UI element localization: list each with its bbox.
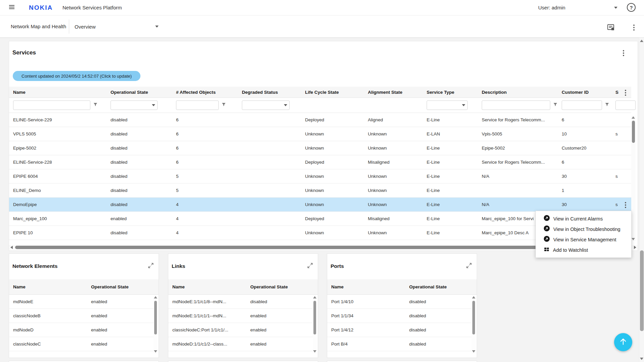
toolbar-kebab-menu-icon[interactable]: [632, 25, 636, 31]
panel-vertical-scrollbar[interactable]: [154, 295, 158, 353]
service-row-epipe-5002[interactable]: Epipe-5002disabled6UnknownUnknownE-LineE…: [9, 141, 631, 155]
column-filter-input[interactable]: [615, 100, 636, 110]
column-header-operational-state[interactable]: Operational State: [106, 87, 172, 97]
panel-row[interactable]: mdNodeD:1/1/c1/2--class...enabled: [168, 337, 313, 351]
context-menu-item-view-in-current-alarms[interactable]: View in Current Alarms: [536, 213, 631, 224]
table-header-kebab-icon[interactable]: [623, 90, 628, 96]
panel-row[interactable]: classicNodeBenabled: [9, 309, 154, 323]
service-row-eline-demo[interactable]: ELINE_Demodisabled5UnknownUnknownE-Line1: [9, 184, 631, 198]
cell-name: ELINE_Demo: [9, 184, 106, 197]
panel-row[interactable]: classicNodeCenabled: [9, 337, 154, 351]
panel-row[interactable]: mdNodeDenabled: [9, 323, 154, 337]
column-filter-input[interactable]: [176, 100, 219, 110]
service-row-epipe-6004[interactable]: EPIPE 6004disabled5UnknownUnknownE-LineN…: [9, 169, 631, 184]
scroll-up-icon[interactable]: [313, 296, 316, 298]
scroll-down-icon[interactable]: [640, 358, 643, 360]
cell-degraded-status: [238, 169, 301, 183]
panel-row[interactable]: mdNodeEenabled: [9, 295, 154, 309]
service-row-demoepipe[interactable]: DemoEpipedisabled4UnknownUnknownE-LineN/…: [9, 198, 631, 212]
cell-degraded-status: [238, 113, 301, 127]
panel-row[interactable]: classicNodeC:Port 1/1/c1/...enabled: [168, 323, 313, 337]
column-filter-select[interactable]: [111, 100, 158, 110]
column-header-alignment-state[interactable]: Alignment State: [364, 87, 423, 97]
column-header-operational-state[interactable]: Operational State: [246, 279, 318, 295]
scroll-right-icon[interactable]: [634, 246, 636, 249]
column-header-operational-state[interactable]: Operational State: [87, 279, 159, 295]
column-header-degraded-status[interactable]: Degraded Status: [238, 87, 301, 97]
scrollbar-thumb[interactable]: [154, 301, 157, 334]
service-row-eline-service-228[interactable]: ELINE-Service-228disabled6DeployedMisali…: [9, 155, 631, 169]
open-in-view-icon: [544, 236, 550, 243]
column-header-name[interactable]: Name: [327, 279, 405, 295]
column-filter-input[interactable]: [562, 100, 602, 110]
column-filter-input[interactable]: [482, 100, 550, 110]
filter-funnel-icon[interactable]: [553, 102, 558, 108]
scrollbar-thumb[interactable]: [313, 301, 316, 334]
column-header-name[interactable]: Name: [168, 279, 246, 295]
services-vertical-scrollbar[interactable]: [631, 116, 636, 241]
expand-icon[interactable]: [148, 263, 154, 269]
panel-vertical-scrollbar[interactable]: [313, 295, 317, 353]
context-menu-item-view-in-service-management[interactable]: View in Service Management: [536, 234, 631, 245]
scrollbar-thumb[interactable]: [640, 250, 644, 331]
row-kebab-menu-icon[interactable]: [623, 202, 628, 208]
column-header-name[interactable]: Name: [9, 87, 106, 97]
panel-row[interactable]: Port 1/4/12disabled: [327, 323, 472, 337]
filter-funnel-icon[interactable]: [93, 102, 98, 108]
scroll-up-icon[interactable]: [640, 40, 643, 42]
scroll-up-icon[interactable]: [472, 296, 475, 298]
services-kebab-menu-icon[interactable]: [621, 50, 626, 56]
dashboard-report-icon[interactable]: [607, 23, 615, 31]
hamburger-menu-icon[interactable]: [9, 5, 14, 10]
scroll-to-top-button[interactable]: [614, 333, 632, 351]
column-header-description[interactable]: Description: [478, 87, 558, 97]
column-header-operational-state[interactable]: Operational State: [405, 279, 477, 295]
content-updated-pill[interactable]: Content updated on 2024/05/2 14:52:07 (C…: [13, 71, 140, 81]
scroll-up-icon[interactable]: [154, 296, 157, 298]
column-filter-input[interactable]: [13, 100, 90, 110]
panel-row[interactable]: Port 1/4/10disabled: [327, 295, 472, 309]
context-menu-item-view-in-object-troubleshooting[interactable]: View in Object Troubleshooting: [536, 224, 631, 234]
user-menu-caret-icon[interactable]: [614, 7, 617, 9]
cell-name: mdNodeD:1/1/c1/2--class...: [168, 337, 246, 351]
expand-icon[interactable]: [307, 263, 313, 269]
cell-affected-objects: 6: [172, 141, 238, 155]
user-menu-label[interactable]: User: admin: [538, 5, 565, 10]
filter-funnel-icon[interactable]: [605, 102, 609, 108]
filter-cell: [423, 98, 478, 113]
breadcrumb[interactable]: Network Map and Health: [11, 24, 66, 29]
panel-row[interactable]: Port B/4disabled: [327, 337, 472, 351]
scroll-down-icon[interactable]: [154, 350, 157, 353]
page-vertical-scrollbar[interactable]: [639, 38, 644, 362]
cell-extra: [611, 184, 631, 197]
panel-vertical-scrollbar[interactable]: [472, 295, 476, 353]
view-selector-dropdown[interactable]: Overview: [75, 20, 159, 33]
expand-icon[interactable]: [466, 263, 472, 269]
column-header-name[interactable]: Name: [9, 279, 87, 295]
column-header--affected-objects[interactable]: # Affected Objects: [172, 87, 238, 97]
help-icon[interactable]: ?: [627, 3, 636, 12]
column-header-customer-id[interactable]: Customer ID: [558, 87, 611, 97]
scroll-down-icon[interactable]: [472, 350, 475, 353]
column-header-life-cycle-state[interactable]: Life Cycle State: [301, 87, 364, 97]
filter-funnel-icon[interactable]: [221, 102, 226, 108]
filter-cell: [558, 98, 611, 113]
panel-row[interactable]: mdNodeE:1/1/c1/8--mdN...disabled: [168, 295, 313, 309]
panel-rows: Port 1/4/10disabledPort 1/1/34disabledPo…: [327, 295, 472, 351]
scroll-down-icon[interactable]: [632, 238, 635, 240]
service-row-vpls-5005[interactable]: VPLS 5005disabled6UnknownUnknownE-LANVpl…: [9, 127, 631, 141]
scroll-up-icon[interactable]: [632, 116, 635, 119]
panel-row[interactable]: mdNodeE:1/1/c1/1--mdN...enabled: [168, 309, 313, 323]
column-filter-select[interactable]: [427, 100, 468, 110]
scroll-left-icon[interactable]: [10, 246, 13, 249]
service-row-eline-service-229[interactable]: ELINE-Service-229disabled6DeployedAligne…: [9, 113, 631, 127]
scrollbar-thumb[interactable]: [632, 121, 635, 143]
context-menu-item-add-to-watchlist[interactable]: Add to Watchlist: [536, 245, 631, 255]
column-header-s[interactable]: S: [611, 87, 631, 97]
scrollbar-thumb[interactable]: [472, 301, 475, 334]
column-header-service-type[interactable]: Service Type: [423, 87, 478, 97]
panel-row[interactable]: Port 1/1/34disabled: [327, 309, 472, 323]
column-filter-select[interactable]: [242, 100, 290, 110]
scroll-down-icon[interactable]: [313, 350, 316, 353]
scrollbar-thumb[interactable]: [15, 246, 572, 249]
